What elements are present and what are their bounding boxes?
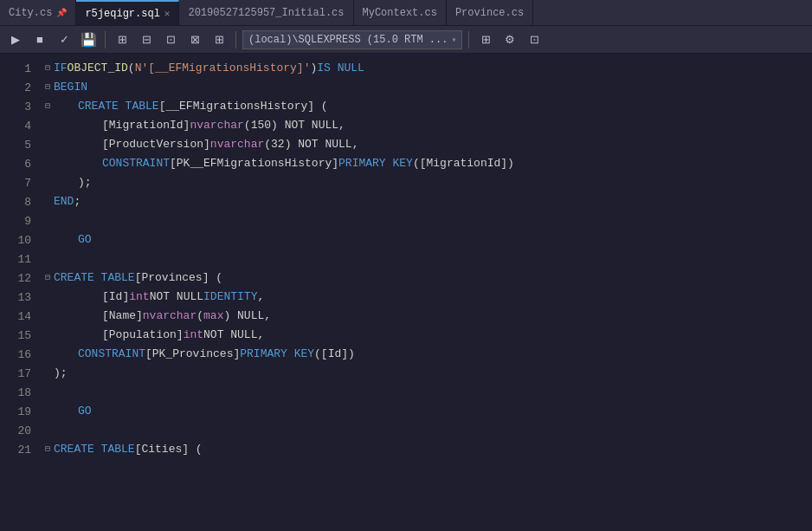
toolbar-separator-2 bbox=[235, 31, 236, 49]
code-line-19: GO bbox=[42, 402, 812, 421]
kw-end: END bbox=[54, 192, 74, 211]
fold-icon-2[interactable]: ⊟ bbox=[42, 81, 54, 94]
paren-open-1: ( bbox=[128, 59, 135, 78]
fold-icon-4 bbox=[42, 120, 54, 132]
close-provinces: ); bbox=[54, 364, 68, 383]
fold-icon-1[interactable]: ⊟ bbox=[42, 62, 54, 74]
kw-create-2: CREATE TABLE bbox=[54, 269, 135, 288]
code-line-6: CONSTRAINT [PK__EFMigrationsHistory] PRI… bbox=[42, 154, 812, 173]
fold-icon-13 bbox=[42, 291, 54, 303]
tab-migration-label: 20190527125957_Initial.cs bbox=[188, 7, 344, 19]
pk-provinces-cols: ([Id]) bbox=[314, 345, 355, 364]
toolbar-btn-extra[interactable]: ⊡ bbox=[524, 29, 545, 50]
fold-icon-12[interactable]: ⊟ bbox=[42, 272, 54, 284]
close-icon[interactable]: ✕ bbox=[164, 8, 171, 19]
code-line-15: [Population] int NOT NULL, bbox=[42, 326, 812, 345]
tab-city[interactable]: City.cs 📌 bbox=[0, 0, 76, 25]
line-num-20: 20 bbox=[0, 421, 38, 440]
toolbar-btn-db[interactable]: ⊞ bbox=[475, 29, 496, 50]
toolbar: ▶ ■ ✓ 💾 ⊞ ⊟ ⊡ ⊠ ⊞ (local)\SQLEXPRESS (15… bbox=[0, 26, 812, 54]
line-numbers: 1 2 3 4 5 6 7 8 9 10 11 12 13 14 15 16 1… bbox=[0, 54, 38, 531]
kw-object-id: OBJECT_ID bbox=[68, 59, 128, 78]
line-num-11: 11 bbox=[0, 249, 38, 269]
kw-constraint-1: CONSTRAINT bbox=[102, 154, 170, 173]
fold-icon-20 bbox=[42, 424, 54, 437]
toolbar-btn-settings[interactable]: ⚙ bbox=[499, 29, 520, 50]
kw-is-null: IS NULL bbox=[317, 59, 364, 78]
line-num-13: 13 bbox=[0, 288, 38, 307]
type-nvarchar-3: nvarchar bbox=[143, 307, 197, 326]
tab-province[interactable]: Province.cs bbox=[447, 0, 533, 25]
tab-r5jeq[interactable]: r5jeqigr.sql ✕ bbox=[76, 0, 179, 25]
line-num-18: 18 bbox=[0, 383, 38, 402]
col-id-not-null: NOT NULL bbox=[150, 288, 203, 307]
code-line-18 bbox=[42, 383, 812, 402]
pin-icon[interactable]: 📌 bbox=[56, 8, 67, 18]
line-num-10: 10 bbox=[0, 230, 38, 249]
toolbar-separator-3 bbox=[468, 31, 469, 49]
col-name-paren: ( bbox=[197, 307, 203, 326]
tab-city-label: City.cs bbox=[9, 7, 52, 19]
code-line-9 bbox=[42, 211, 812, 230]
line-num-15: 15 bbox=[0, 326, 38, 345]
kw-go-2: GO bbox=[78, 402, 92, 421]
fold-icon-15 bbox=[42, 329, 54, 341]
kw-primary-key-1: PRIMARY KEY bbox=[338, 154, 413, 173]
code-content[interactable]: ⊟ IF OBJECT_ID ( N'[__EFMigrationsHistor… bbox=[38, 54, 812, 531]
fold-icon-21[interactable]: ⊟ bbox=[42, 444, 54, 456]
line-num-17: 17 bbox=[0, 364, 38, 383]
toolbar-separator bbox=[105, 31, 106, 49]
code-line-5: [ProductVersion] nvarchar (32) NOT NULL, bbox=[42, 135, 812, 154]
col-prodver-rest: (32) NOT NULL, bbox=[264, 135, 358, 154]
fold-icon-7 bbox=[42, 177, 54, 189]
save-button[interactable]: 💾 bbox=[78, 29, 99, 50]
check-button[interactable]: ✓ bbox=[54, 29, 74, 50]
col-migid: [MigrationId] bbox=[102, 116, 190, 135]
tab-mycontext[interactable]: MyContext.cs bbox=[354, 0, 447, 25]
connection-dropdown[interactable]: (local)\SQLEXPRESS (15.0 RTM ... ▾ bbox=[242, 30, 462, 49]
connection-dropdown-text: (local)\SQLEXPRESS (15.0 RTM ... bbox=[248, 34, 448, 46]
code-line-4: [MigrationId] nvarchar (150) NOT NULL, bbox=[42, 116, 812, 135]
fold-icon-6 bbox=[42, 158, 54, 170]
toolbar-btn-4[interactable]: ⊠ bbox=[184, 29, 205, 50]
fold-icon-16 bbox=[42, 348, 54, 360]
kw-identity: IDENTITY bbox=[203, 288, 257, 307]
fold-icon-3[interactable]: ⊟ bbox=[42, 100, 54, 113]
code-line-12: ⊟ CREATE TABLE [Provinces] ( bbox=[42, 269, 812, 288]
type-nvarchar-2: nvarchar bbox=[210, 135, 264, 154]
fold-icon-17 bbox=[42, 367, 54, 379]
fold-icon-11 bbox=[42, 253, 54, 265]
tab-r5jeq-label: r5jeqigr.sql bbox=[85, 8, 159, 20]
code-line-3: ⊟ CREATE TABLE [__EFMigrationsHistory] ( bbox=[42, 97, 812, 116]
line-num-14: 14 bbox=[0, 307, 38, 326]
toolbar-btn-1[interactable]: ⊞ bbox=[112, 29, 132, 50]
col-name: [Name] bbox=[102, 307, 143, 326]
fold-icon-8 bbox=[42, 196, 54, 208]
code-line-13: [Id] int NOT NULL IDENTITY , bbox=[42, 288, 812, 307]
col-id-comma: , bbox=[257, 288, 264, 307]
col-pop: [Population] bbox=[102, 326, 184, 345]
col-name-rest: ) NULL, bbox=[223, 307, 271, 326]
kw-create-3: CREATE TABLE bbox=[54, 440, 135, 459]
line-num-9: 9 bbox=[0, 211, 38, 230]
kw-primary-key-2: PRIMARY KEY bbox=[240, 345, 314, 364]
code-line-16: CONSTRAINT [PK_Provinces] PRIMARY KEY ([… bbox=[42, 345, 812, 364]
col-migid-rest: (150) NOT NULL, bbox=[244, 116, 345, 135]
stop-button[interactable]: ■ bbox=[29, 29, 50, 50]
line-num-2: 2 bbox=[0, 78, 38, 97]
toolbar-btn-2[interactable]: ⊟ bbox=[136, 29, 157, 50]
toolbar-btn-3[interactable]: ⊡ bbox=[160, 29, 181, 50]
code-line-10: GO bbox=[42, 230, 812, 249]
code-line-20 bbox=[42, 421, 812, 440]
run-button[interactable]: ▶ bbox=[5, 29, 26, 50]
fold-icon-10 bbox=[42, 234, 54, 246]
pk-ef-cols: ([MigrationId]) bbox=[413, 154, 514, 173]
fold-icon-14 bbox=[42, 310, 54, 322]
str-n: N'[__EFMigrationsHistory]' bbox=[135, 59, 311, 78]
toolbar-btn-5[interactable]: ⊞ bbox=[209, 29, 229, 50]
line-num-5: 5 bbox=[0, 135, 38, 154]
line-num-8: 8 bbox=[0, 192, 38, 211]
tab-migration[interactable]: 20190527125957_Initial.cs bbox=[179, 0, 353, 25]
line-num-12: 12 bbox=[0, 269, 38, 288]
code-line-8: END ; bbox=[42, 192, 812, 211]
